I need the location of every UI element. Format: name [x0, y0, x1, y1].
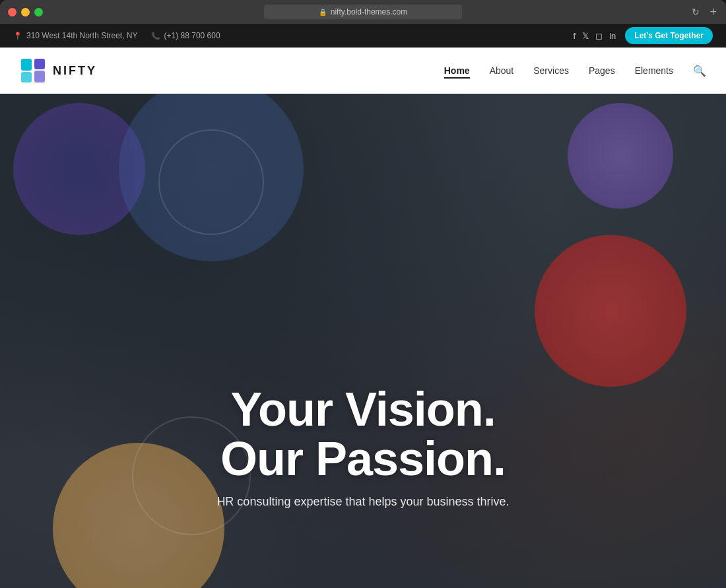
- logo-svg: [20, 57, 46, 84]
- instagram-icon[interactable]: ◻: [595, 31, 603, 41]
- address-info: 📍 310 West 14th North Street, NY: [13, 31, 138, 40]
- address-text: 310 West 14th North Street, NY: [26, 31, 138, 40]
- browser-chrome: 🔒 nifty.bold-themes.com ↻ +: [0, 0, 726, 24]
- top-bar-left: 📍 310 West 14th North Street, NY 📞 (+1) …: [13, 31, 220, 40]
- circle-outline-top: [158, 129, 264, 235]
- social-icons: f 𝕏 ◻ in: [574, 31, 616, 41]
- browser-titlebar: 🔒 nifty.bold-themes.com ↻ +: [0, 0, 726, 24]
- svg-rect-2: [34, 59, 45, 69]
- circle-purple: [568, 103, 673, 209]
- refresh-button[interactable]: ↻: [692, 7, 700, 17]
- nav-home[interactable]: Home: [444, 65, 470, 76]
- top-bar-right: f 𝕏 ◻ in Let's Get Together: [574, 27, 713, 44]
- hero-content: Your Vision. Our Passion. HR consulting …: [0, 385, 726, 509]
- website-content: 📍 310 West 14th North Street, NY 📞 (+1) …: [0, 24, 726, 588]
- nav-services[interactable]: Services: [533, 65, 569, 76]
- search-icon[interactable]: 🔍: [693, 65, 706, 77]
- facebook-icon[interactable]: f: [574, 31, 576, 41]
- traffic-light-green[interactable]: [34, 8, 43, 16]
- circle-red: [535, 235, 686, 387]
- nav-elements[interactable]: Elements: [635, 65, 673, 76]
- url-text: nifty.bold-themes.com: [331, 7, 408, 16]
- twitter-icon[interactable]: 𝕏: [582, 31, 589, 41]
- logo: NIFTY: [20, 57, 97, 84]
- traffic-light-red[interactable]: [8, 8, 16, 16]
- nav-links: Home About Services Pages Elements 🔍: [444, 65, 706, 77]
- nav-about[interactable]: About: [490, 65, 514, 76]
- phone-icon: 📞: [151, 32, 160, 40]
- traffic-lights: [8, 8, 43, 16]
- top-bar: 📍 310 West 14th North Street, NY 📞 (+1) …: [0, 24, 726, 48]
- svg-rect-3: [34, 71, 45, 82]
- phone-info: 📞 (+1) 88 700 600: [151, 31, 220, 40]
- cta-button[interactable]: Let's Get Together: [625, 27, 713, 44]
- hero-headline-line1: Your Vision.: [0, 385, 726, 435]
- hero-headline: Your Vision. Our Passion.: [0, 385, 726, 484]
- logo-text: NIFTY: [53, 64, 97, 78]
- navbar: NIFTY Home About Services Pages Elements…: [0, 48, 726, 94]
- lock-icon: 🔒: [319, 9, 327, 16]
- address-bar[interactable]: 🔒 nifty.bold-themes.com: [264, 5, 462, 19]
- location-icon: 📍: [13, 32, 22, 40]
- phone-text: (+1) 88 700 600: [164, 31, 220, 40]
- hero-subtext: HR consulting expertise that helps your …: [0, 495, 726, 509]
- add-tab-button[interactable]: +: [710, 5, 717, 19]
- nav-pages[interactable]: Pages: [589, 65, 615, 76]
- svg-rect-0: [21, 59, 32, 71]
- hero-headline-line2: Our Passion.: [0, 434, 726, 484]
- linkedin-icon[interactable]: in: [609, 31, 616, 41]
- svg-rect-1: [21, 72, 32, 82]
- traffic-light-yellow[interactable]: [21, 8, 30, 16]
